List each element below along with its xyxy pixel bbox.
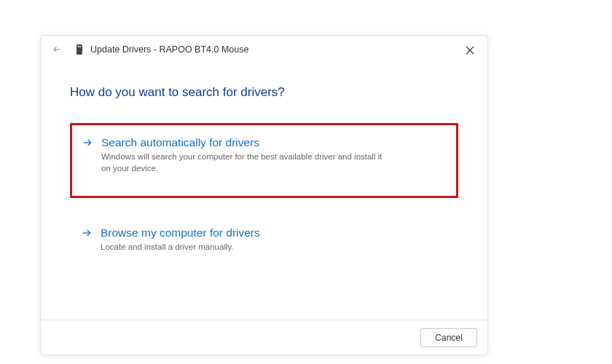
titlebar: Update Drivers - RAPOO BT4.0 Mouse — [41, 36, 487, 63]
arrow-right-icon — [81, 137, 94, 150]
option-title: Search automatically for drivers — [101, 135, 393, 150]
close-icon[interactable] — [461, 41, 479, 59]
arrow-right-icon — [80, 227, 93, 240]
option-description: Windows will search your computer for th… — [101, 151, 393, 174]
option-text-block: Browse my computer for drivers Locate an… — [101, 226, 260, 253]
svg-rect-1 — [78, 46, 82, 47]
dialog-footer: Cancel — [41, 320, 487, 355]
dialog-heading: How do you want to search for drivers? — [70, 85, 458, 100]
option-description: Locate and install a driver manually. — [101, 242, 260, 253]
back-arrow-icon[interactable] — [48, 41, 66, 58]
option-text-block: Search automatically for drivers Windows… — [101, 135, 393, 174]
option-title: Browse my computer for drivers — [101, 226, 260, 240]
cancel-button[interactable]: Cancel — [420, 328, 477, 347]
dialog-title: Update Drivers - RAPOO BT4.0 Mouse — [90, 44, 248, 55]
dialog-content: How do you want to search for drivers? S… — [41, 63, 487, 320]
device-icon — [74, 43, 85, 56]
option-search-automatically[interactable]: Search automatically for drivers Windows… — [70, 123, 458, 198]
update-drivers-dialog: Update Drivers - RAPOO BT4.0 Mouse How d… — [40, 35, 488, 355]
option-browse-computer[interactable]: Browse my computer for drivers Locate an… — [70, 214, 458, 266]
